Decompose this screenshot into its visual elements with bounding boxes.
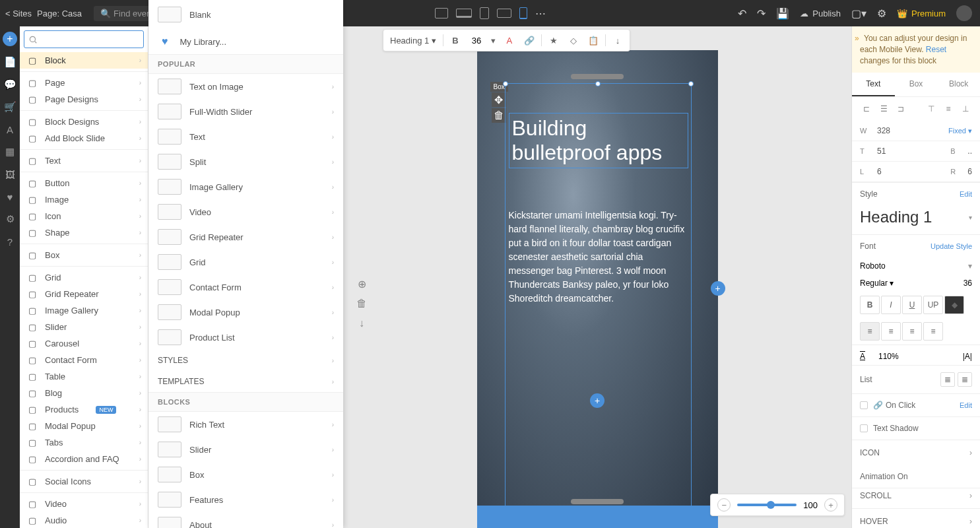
bold-btn[interactable]: B xyxy=(860,296,880,314)
heading-text[interactable]: Building bulletproof apps xyxy=(509,113,688,168)
number-list-btn[interactable]: ≣ xyxy=(958,372,972,387)
element-table[interactable]: ▢Table› xyxy=(20,368,148,385)
trash-handle-icon[interactable]: 🗑 xyxy=(492,108,506,123)
blank-item[interactable]: Blank xyxy=(148,0,343,29)
block-slider[interactable]: Slider› xyxy=(148,437,343,462)
letter-spacing-icon[interactable]: |A| xyxy=(963,352,972,361)
media-icon[interactable]: 🖼 xyxy=(3,168,16,181)
favorites-icon[interactable]: ♥ xyxy=(3,190,16,203)
tab-block[interactable]: Block xyxy=(937,73,980,96)
add-right-button[interactable]: + xyxy=(711,281,725,296)
search-input[interactable] xyxy=(24,30,144,48)
right-value[interactable]: 6 xyxy=(967,167,972,176)
comments-icon[interactable]: 💬 xyxy=(3,78,16,91)
element-image-gallery[interactable]: ▢Image Gallery› xyxy=(20,302,148,319)
element-grid[interactable]: ▢Grid› xyxy=(20,269,148,286)
popular-full-width-slider[interactable]: Full-Width Slider› xyxy=(148,99,343,124)
move-down-icon[interactable]: ↓ xyxy=(355,317,368,330)
save-icon[interactable]: 💾 xyxy=(776,7,789,20)
font-weight-select[interactable]: Regular ▾ xyxy=(860,279,894,288)
popular-text-on-image[interactable]: Text on Image› xyxy=(148,74,343,99)
align-center-icon[interactable]: ☰ xyxy=(877,104,890,114)
reset-link[interactable]: Reset xyxy=(926,45,946,54)
text-align-justify[interactable]: ≡ xyxy=(923,322,943,341)
redo-icon[interactable]: ↷ xyxy=(757,7,766,20)
font-size-value[interactable]: 36 xyxy=(964,279,972,288)
element-block[interactable]: ▢Block› xyxy=(20,52,148,69)
settings-icon[interactable]: ⚙ xyxy=(877,7,886,20)
top-value[interactable]: 51 xyxy=(877,147,886,156)
tab-box[interactable]: Box xyxy=(895,73,938,96)
add-tool-icon[interactable]: ⊕ xyxy=(355,277,368,290)
layout-icon[interactable]: ▦ xyxy=(3,145,16,158)
underline-btn[interactable]: U xyxy=(902,296,922,314)
element-carousel[interactable]: ▢Carousel› xyxy=(20,335,148,352)
valign-bottom-icon[interactable]: ⊥ xyxy=(959,104,972,114)
help-icon[interactable]: ? xyxy=(3,235,16,248)
shadow-checkbox[interactable] xyxy=(860,424,868,432)
element-slider[interactable]: ▢Slider› xyxy=(20,319,148,335)
uppercase-btn[interactable]: UP xyxy=(923,296,943,314)
popular-modal-popup[interactable]: Modal Popup› xyxy=(148,300,343,325)
onclick-edit[interactable]: Edit xyxy=(960,401,972,409)
width-value[interactable]: 328 xyxy=(877,126,890,135)
zoom-in-button[interactable]: + xyxy=(824,498,837,512)
font-family-select[interactable]: Roboto xyxy=(860,261,886,271)
star-button[interactable]: ★ xyxy=(546,32,562,48)
body-text[interactable]: Kickstarter umami Intelligentsia kogi. T… xyxy=(509,209,688,306)
popular-text[interactable]: Text› xyxy=(148,124,343,149)
font-size-input[interactable] xyxy=(467,36,486,46)
element-text[interactable]: ▢Text› xyxy=(20,152,148,169)
element-blog[interactable]: ▢Blog› xyxy=(20,385,148,401)
line-height-value[interactable]: 110% xyxy=(878,352,899,361)
element-shape[interactable]: ▢Shape› xyxy=(20,224,148,241)
element-products[interactable]: ▢ProductsNEW› xyxy=(20,401,148,418)
element-page-designs[interactable]: ▢Page Designs› xyxy=(20,91,148,108)
bold-button[interactable]: B xyxy=(447,32,463,48)
popular-video[interactable]: Video› xyxy=(148,199,343,224)
element-box[interactable]: ▢Box› xyxy=(20,247,148,263)
fixed-toggle[interactable]: Fixed ▾ xyxy=(948,127,972,135)
preview-icon[interactable]: ▢▾ xyxy=(851,7,866,20)
tab-text[interactable]: Text xyxy=(852,73,895,96)
element-add-block-slide[interactable]: ▢Add Block Slide› xyxy=(20,130,148,147)
popular-grid-repeater[interactable]: Grid Repeater› xyxy=(148,224,343,249)
popular-image-gallery[interactable]: Image Gallery› xyxy=(148,174,343,199)
hover-accordion[interactable]: HOVER› xyxy=(852,508,980,528)
block-features[interactable]: Features› xyxy=(148,487,343,512)
tablet-portrait-icon[interactable] xyxy=(480,7,489,19)
mobile-preview[interactable]: Box ✥ 🗑 Building bulletproof apps Kickst… xyxy=(477,50,718,528)
laptop-icon[interactable] xyxy=(456,9,472,18)
element-grid-repeater[interactable]: ▢Grid Repeater› xyxy=(20,286,148,302)
element-page[interactable]: ▢Page› xyxy=(20,75,148,91)
clear-button[interactable]: ◇ xyxy=(566,32,581,48)
update-style-link[interactable]: Update Style xyxy=(931,242,972,250)
styles-item[interactable]: STYLES› xyxy=(148,350,343,371)
popular-grid[interactable]: Grid› xyxy=(148,249,343,275)
zoom-out-button[interactable]: − xyxy=(717,498,731,512)
element-accordion-and-faq[interactable]: ▢Accordion and FAQ› xyxy=(20,451,148,467)
canvas[interactable]: Heading 1 ▾ B ▾ A 🔗 ★ ◇ 📋 ↓ ⊕ 🗑 ↓ Box ✥ … xyxy=(343,26,851,528)
tablet-landscape-icon[interactable] xyxy=(497,9,511,18)
avatar-icon[interactable] xyxy=(956,5,972,21)
element-button[interactable]: ▢Button› xyxy=(20,175,148,191)
bottom-value[interactable]: .. xyxy=(967,147,972,156)
popular-split[interactable]: Split› xyxy=(148,149,343,174)
sites-link[interactable]: < Sites xyxy=(5,9,32,18)
scroll-accordion[interactable]: SCROLL› xyxy=(852,488,980,508)
icon-accordion[interactable]: ICON› xyxy=(852,440,980,465)
templates-item[interactable]: TEMPLATES› xyxy=(148,371,343,392)
element-icon[interactable]: ▢Icon› xyxy=(20,208,148,224)
text-align-right[interactable]: ≡ xyxy=(902,322,922,341)
gear-icon[interactable]: ⚙ xyxy=(3,213,16,226)
page-icon[interactable]: 📄 xyxy=(3,55,16,69)
text-align-left[interactable]: ≡ xyxy=(860,322,880,341)
popular-product-list[interactable]: Product List› xyxy=(148,325,343,350)
add-below-button[interactable]: + xyxy=(590,393,604,408)
element-audio[interactable]: ▢Audio› xyxy=(20,512,148,528)
undo-icon[interactable]: ↶ xyxy=(738,7,746,20)
block-rich-text[interactable]: Rich Text› xyxy=(148,412,343,437)
element-video[interactable]: ▢Video› xyxy=(20,496,148,512)
add-icon[interactable]: + xyxy=(3,32,17,46)
delete-tool-icon[interactable]: 🗑 xyxy=(355,297,368,310)
